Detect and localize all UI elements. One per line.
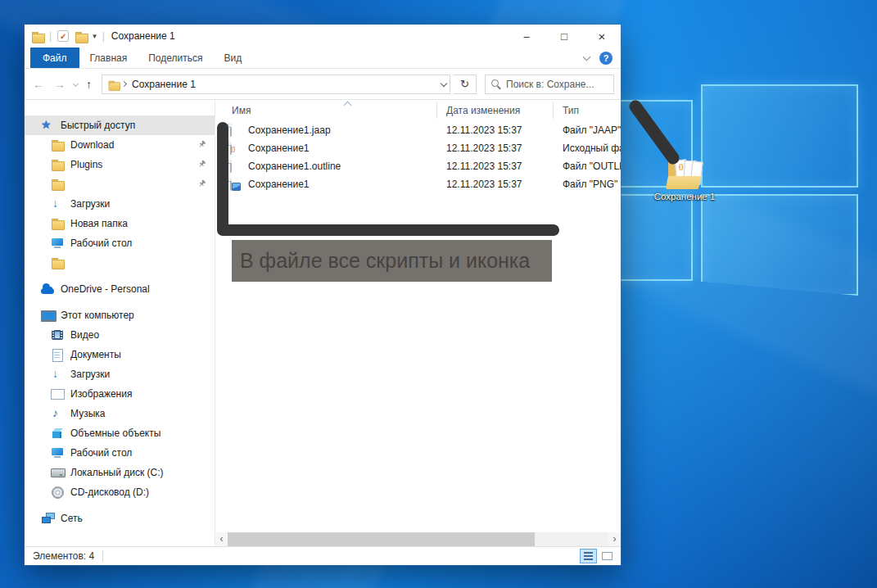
sidebar-item-desktop[interactable]: Рабочий стол xyxy=(25,443,215,463)
breadcrumb-chevron-icon xyxy=(121,81,127,87)
pin-icon xyxy=(197,160,206,171)
items-count: Элементов: 4 xyxy=(33,550,94,562)
tab-view[interactable]: Вид xyxy=(213,47,252,68)
pictures-icon xyxy=(51,387,64,400)
search-icon xyxy=(490,79,501,89)
column-header-name[interactable]: Имя xyxy=(232,105,251,116)
tab-file[interactable]: Файл xyxy=(30,47,79,68)
app-folder-icon xyxy=(31,30,43,42)
sidebar-item-onedrive[interactable]: OneDrive - Personal xyxy=(25,279,215,299)
close-button[interactable]: × xyxy=(583,25,621,47)
sidebar-item-local-disk-c[interactable]: Локальный диск (C:) xyxy=(25,463,215,482)
network-icon xyxy=(41,512,54,525)
saved-folder-icon: {} xyxy=(666,158,703,189)
ribbon-tab-bar: Файл Главная Поделиться Вид ? xyxy=(25,47,621,69)
new-folder-icon[interactable] xyxy=(75,30,87,42)
navigation-pane: Быстрый доступ Download Plugins xyxy=(25,100,215,546)
file-row[interactable]: Сохранение1 12.11.2023 15:37 Файл "PNG" xyxy=(215,175,621,193)
scroll-right-arrow-icon[interactable]: › xyxy=(608,532,621,546)
sidebar-item-documents[interactable]: Документы xyxy=(25,345,215,364)
file-row[interactable]: Сохранение1 12.11.2023 15:37 Исходный фа xyxy=(215,139,621,157)
help-button[interactable]: ? xyxy=(599,52,613,65)
window-controls: – □ × xyxy=(508,25,621,47)
column-divider[interactable] xyxy=(553,102,554,119)
search-box[interactable] xyxy=(485,75,614,94)
minimize-button[interactable]: – xyxy=(508,25,545,47)
pin-icon xyxy=(197,140,206,152)
window-title: Сохранение 1 xyxy=(111,30,175,42)
file-list-pane: Имя Дата изменения Тип Сохранение1.jaap … xyxy=(215,100,621,546)
sidebar-item-videos[interactable]: Видео xyxy=(25,325,215,345)
details-view-icon xyxy=(584,552,593,561)
music-icon xyxy=(51,407,64,420)
address-bar[interactable]: Сохранение 1 xyxy=(102,75,450,94)
desktop: {} Сохранение 1 | ✓ ▾ | Сохранение 1 – □… xyxy=(0,0,877,588)
sidebar-item-3d-objects[interactable]: Объемные объекты xyxy=(25,423,215,443)
file-blank-icon xyxy=(230,160,232,173)
folder-icon xyxy=(51,256,64,269)
details-view-button[interactable] xyxy=(580,549,597,563)
column-headers: Имя Дата изменения Тип xyxy=(215,100,621,121)
sidebar-item-network[interactable]: Сеть xyxy=(25,509,215,528)
pin-icon xyxy=(197,179,206,191)
search-input[interactable] xyxy=(506,79,608,90)
maximize-button[interactable]: □ xyxy=(545,25,583,47)
3d-objects-icon xyxy=(51,427,64,440)
customize-qat-arrow-icon[interactable]: ▾ xyxy=(93,32,97,40)
star-icon xyxy=(41,119,54,132)
desktop-icon xyxy=(51,446,64,459)
column-divider[interactable] xyxy=(436,102,437,119)
sidebar-item-unnamed-folder[interactable] xyxy=(25,174,215,194)
thumbnails-view-icon xyxy=(602,552,613,560)
file-blank-icon xyxy=(230,124,232,137)
sidebar-item-new-folder[interactable]: Новая папка xyxy=(25,214,215,233)
documents-icon xyxy=(51,348,64,361)
expand-ribbon-chevron-icon[interactable] xyxy=(583,52,591,61)
properties-check-icon[interactable]: ✓ xyxy=(57,30,69,42)
tab-home[interactable]: Главная xyxy=(79,47,138,68)
back-button[interactable]: ← xyxy=(29,78,47,91)
address-dropdown-chevron-icon[interactable] xyxy=(441,79,447,86)
breadcrumb[interactable]: Сохранение 1 xyxy=(132,79,196,90)
wallpaper-logo-pane xyxy=(701,194,858,296)
sidebar-item-downloads[interactable]: Загрузки xyxy=(25,364,215,384)
folder-icon xyxy=(51,217,64,230)
file-row[interactable]: Сохранение1.jaap 12.11.2023 15:37 Файл "… xyxy=(215,121,621,139)
file-row[interactable]: Сохранение1.outline 12.11.2023 15:37 Фай… xyxy=(215,157,621,175)
address-folder-icon xyxy=(108,79,118,89)
sidebar-item-pictures[interactable]: Изображения xyxy=(25,384,215,404)
sidebar-item-music[interactable]: Музыка xyxy=(25,404,215,423)
forward-button[interactable]: → xyxy=(51,78,69,91)
title-bar: | ✓ ▾ | Сохранение 1 – □ × xyxy=(25,25,621,47)
sidebar-item-download[interactable]: Download xyxy=(25,135,215,155)
explorer-window: | ✓ ▾ | Сохранение 1 – □ × Файл Главная … xyxy=(25,25,621,565)
sidebar-item-desktop[interactable]: Рабочий стол xyxy=(25,233,215,253)
desktop-icon-saved-folder[interactable]: {} Сохранение 1 xyxy=(647,158,722,203)
desktop-icon-label: Сохранение 1 xyxy=(647,192,722,203)
scrollbar-track[interactable] xyxy=(228,532,608,546)
horizontal-scrollbar[interactable]: ‹ › xyxy=(215,532,621,546)
folder-icon xyxy=(51,138,64,152)
onedrive-cloud-icon xyxy=(41,283,54,296)
sidebar-item-this-pc[interactable]: Этот компьютер xyxy=(25,305,215,325)
scrollbar-thumb[interactable] xyxy=(228,532,535,546)
sidebar-item-quick-access[interactable]: Быстрый доступ xyxy=(25,115,215,135)
column-header-type[interactable]: Тип xyxy=(563,105,579,116)
scroll-left-arrow-icon[interactable]: ‹ xyxy=(215,532,228,546)
up-button[interactable]: ↑ xyxy=(83,78,95,91)
recent-locations-chevron-icon[interactable] xyxy=(73,81,79,87)
column-header-date-modified[interactable]: Дата изменения xyxy=(446,105,520,116)
address-bar-row: ← → ↑ Сохранение 1 ↻ xyxy=(25,69,621,100)
folder-icon xyxy=(51,158,64,171)
tab-share[interactable]: Поделиться xyxy=(138,47,213,68)
computer-icon xyxy=(41,309,54,322)
sidebar-item-cd-drive-d[interactable]: CD-дисковод (D:) xyxy=(25,482,215,502)
sidebar-item-downloads[interactable]: Загрузки xyxy=(25,194,215,214)
sidebar-item-unnamed-folder[interactable] xyxy=(25,253,215,273)
sort-ascending-chevron-icon xyxy=(344,102,352,110)
status-bar: Элементов: 4 xyxy=(25,546,621,565)
thumbnails-view-button[interactable] xyxy=(599,549,616,563)
desktop-icon xyxy=(51,237,64,250)
sidebar-item-plugins[interactable]: Plugins xyxy=(25,155,215,174)
refresh-button[interactable]: ↻ xyxy=(454,75,477,94)
